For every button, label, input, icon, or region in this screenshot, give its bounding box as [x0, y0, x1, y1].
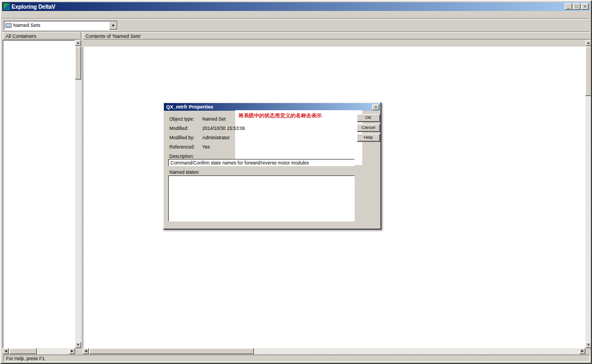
- field-label: Modified by:: [169, 135, 202, 140]
- help-button[interactable]: Help: [357, 134, 380, 141]
- dialog-title-bar: QX_mtrfr Properties ×: [164, 103, 380, 111]
- cancel-button[interactable]: Cancel: [357, 124, 380, 132]
- tree-horizontal-scrollbar[interactable]: ◀ ▶: [3, 348, 75, 354]
- modified-by-field: Modified by: Administrator: [169, 135, 230, 140]
- field-value: Yes: [202, 144, 210, 150]
- field-value: 2014/10/30 15:53:06: [202, 126, 245, 131]
- named-set-icon: [5, 23, 12, 28]
- dialog-close-icon[interactable]: ×: [372, 104, 379, 110]
- status-help-text: For Help, press F1: [3, 355, 590, 362]
- container-tree: [3, 40, 75, 348]
- containers-pane: All Containers ▲ ▼ ◀ ▶: [3, 32, 81, 354]
- named-states-table: [168, 175, 355, 221]
- scroll-down-icon[interactable]: ▼: [585, 342, 591, 348]
- ok-button[interactable]: OK: [357, 114, 380, 122]
- title-bar: Exploring DeltaV _ □ ×: [2, 2, 590, 11]
- annotation-whitebox: 将系统中的状态用定义的名称去表示: [235, 110, 362, 165]
- combo-value: Named Sets: [13, 22, 109, 28]
- modified-field: Modified: 2014/10/30 15:53:06: [169, 126, 245, 131]
- field-label: Object type:: [169, 116, 202, 122]
- description-input[interactable]: Command/Confirm state names for forward/…: [168, 159, 355, 166]
- table-column-headers: [83, 40, 585, 47]
- scroll-down-icon[interactable]: ▼: [75, 342, 81, 348]
- dialog-title: QX_mtrfr Properties: [165, 104, 372, 110]
- app-logo-icon: [3, 3, 10, 10]
- table-horizontal-scrollbar[interactable]: ◀ ▶: [83, 348, 585, 354]
- properties-dialog: QX_mtrfr Properties × 将系统中的状态用定义的名称去表示 O…: [163, 102, 382, 230]
- toolbar: Named Sets ▼: [2, 19, 590, 32]
- field-label: Referenced:: [169, 144, 202, 150]
- scroll-thumb[interactable]: [585, 47, 591, 96]
- object-type-combo[interactable]: Named Sets ▼: [4, 21, 118, 30]
- menu-bar: [2, 11, 590, 19]
- minimize-button[interactable]: _: [565, 3, 572, 10]
- table-vertical-scrollbar[interactable]: ▲ ▼: [585, 40, 591, 348]
- scroll-thumb[interactable]: [89, 348, 254, 354]
- field-value: Named Set: [202, 116, 226, 122]
- field-value: Administrator: [202, 135, 230, 140]
- scroll-left-icon[interactable]: ◀: [3, 348, 9, 354]
- status-bar: For Help, press F1: [2, 354, 590, 362]
- referenced-field: Referenced: Yes: [169, 144, 210, 150]
- scroll-right-icon[interactable]: ▶: [579, 348, 585, 354]
- description-label: Description:: [169, 153, 194, 159]
- maximize-button[interactable]: □: [573, 3, 580, 10]
- scroll-left-icon[interactable]: ◀: [83, 348, 89, 354]
- named-states-label: Named states:: [169, 169, 200, 175]
- object-type-field: Object type: Named Set: [169, 116, 226, 122]
- chevron-down-icon[interactable]: ▼: [109, 21, 117, 30]
- tree-vertical-scrollbar[interactable]: ▲ ▼: [75, 40, 81, 348]
- field-label: Modified:: [169, 126, 202, 131]
- window-title: Exploring DeltaV: [12, 4, 564, 10]
- exploring-deltav-window: Exploring DeltaV _ □ × Named Sets ▼ All …: [0, 0, 592, 364]
- scroll-up-icon[interactable]: ▲: [75, 40, 81, 46]
- scroll-right-icon[interactable]: ▶: [69, 348, 75, 354]
- left-pane-header: All Containers: [3, 32, 81, 39]
- scroll-thumb[interactable]: [9, 348, 37, 354]
- close-button[interactable]: ×: [581, 3, 589, 10]
- scroll-up-icon[interactable]: ▲: [585, 40, 591, 46]
- right-pane-header: Contents of 'Named Sets': [83, 32, 591, 39]
- scroll-thumb[interactable]: [75, 47, 81, 79]
- dialog-annotation: 将系统中的状态用定义的名称去表示: [235, 110, 362, 120]
